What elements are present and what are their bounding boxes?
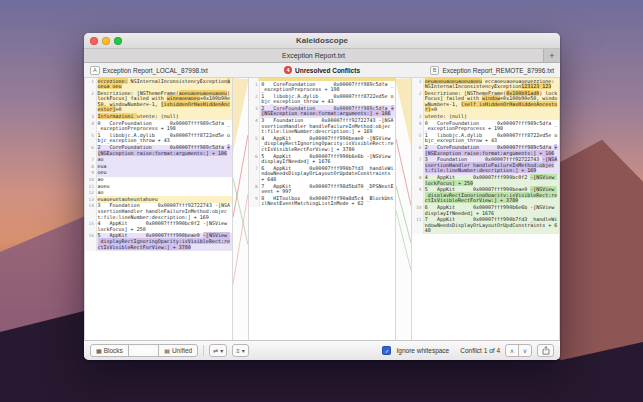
diff-line[interactable]: 43 Foundation 0x00007fff92722743 -[NSAss… xyxy=(249,118,396,136)
conflict-count-badge: 4 xyxy=(284,66,292,74)
view-mode-segmented-control: ▦ Blocks ≈ Fluid ▤ Unified xyxy=(90,344,198,357)
line-number: 2 xyxy=(85,90,97,113)
line-text: 7 AppKit 0x00007fff990b7fd3 _handleWindo… xyxy=(424,217,559,235)
line-number: 1 xyxy=(249,81,261,93)
bottom-toolbar: ▦ Blocks ≈ Fluid ▤ Unified ⇄ ▾ ≡ ▾ ✓ Ign… xyxy=(84,340,560,360)
diff-line[interactable]: 62 CoreFoundation 0x00007fff989c5dfa +[N… xyxy=(85,145,232,157)
line-number: 9 xyxy=(412,187,424,205)
diff-panel-base: 10 CoreFoundation 0x00007fff989c5dfa __e… xyxy=(248,78,397,340)
line-text: 5 AppKit 0x00007fff990beae0 -[NSView _di… xyxy=(424,187,559,205)
view-mode-blocks[interactable]: ▦ Blocks xyxy=(91,345,129,356)
display-options-dropdown[interactable]: ≡ ▾ xyxy=(232,344,249,357)
diff-line[interactable]: 9oeu xyxy=(85,170,232,177)
diff-line[interactable]: 98 HIToolbox 0x00007fff90a8d5c4 _BlockUn… xyxy=(249,195,396,207)
share-icon xyxy=(542,346,550,355)
diff-line[interactable]: 106 AppKit 0x00007fff990b6e6b -[NSView d… xyxy=(412,204,559,216)
diff-line[interactable]: 62 CoreFoundation 0x00007fff989c5dfa +[N… xyxy=(412,145,559,157)
window-title: Kaleidoscope xyxy=(84,36,560,45)
conflict-counter: Conflict 1 of 4 xyxy=(460,347,500,354)
swap-icon: ⇄ xyxy=(213,347,218,354)
line-number: 1 xyxy=(85,78,97,90)
window-titlebar: Kaleidoscope xyxy=(84,33,560,49)
ignore-whitespace-checkbox[interactable]: ✓ xyxy=(382,346,391,355)
add-tab-button[interactable]: + xyxy=(544,49,560,62)
line-number: 5 xyxy=(412,132,424,144)
diff-line[interactable]: 76 AppKit 0x00007fff990b7fd3 _handleWind… xyxy=(249,165,396,183)
line-text: 0 CoreFoundation 0x00007fff989c5dfa __ex… xyxy=(260,81,395,93)
diff-line[interactable]: 65 AppKit 0x00007fff990b6e6b -[NSView di… xyxy=(249,153,396,165)
line-text: oeuaoeuaoeuaoeuaoeu eccaoeuaoeuaoeuezzio… xyxy=(424,78,559,90)
line-number: 7 xyxy=(249,165,261,183)
close-button[interactable] xyxy=(90,37,98,45)
line-number: 7 xyxy=(85,157,97,164)
line-number: 5 xyxy=(249,135,261,153)
diff-connector-right xyxy=(396,78,411,340)
line-number: 3 xyxy=(249,105,261,117)
line-text: oeu xyxy=(97,170,232,177)
file-b-header[interactable]: B Exception Report_REMOTE_87996.txt xyxy=(360,66,554,75)
tab-bar: Exception Report.txt + xyxy=(84,49,560,63)
diff-line[interactable]: 2Descrizione: [NSThemeFrame(aoeuaoeuaoeu… xyxy=(85,90,232,113)
diff-line[interactable]: 54 AppKit 0x00007fff990beae0 -[NSView _d… xyxy=(249,135,396,153)
view-mode-unified[interactable]: ▤ Unified xyxy=(159,345,197,356)
line-number: 2 xyxy=(249,93,261,105)
line-text: 2 CoreFoundation 0x00007fff989c5dfa +[NS… xyxy=(97,145,232,157)
minimize-button[interactable] xyxy=(102,37,110,45)
view-mode-fluid[interactable]: ≈ Fluid xyxy=(129,345,159,356)
diff-line[interactable]: 32 CoreFoundation 0x00007fff989c5dfa +[N… xyxy=(249,105,396,117)
line-number: 7 xyxy=(412,157,424,175)
file-a-header[interactable]: A Exception Report_LOCAL_87998.txt xyxy=(90,66,284,75)
diff-line[interactable]: 11aoeu xyxy=(85,183,232,190)
line-number: 10 xyxy=(412,204,424,216)
diff-line[interactable]: 73 Foundation 0x00007fff92722743 -[NSAss… xyxy=(412,157,559,175)
line-number: 4 xyxy=(85,120,97,132)
line-number: 3 xyxy=(412,114,424,121)
line-text: 3 Foundation 0x00007fff92722743 -[NSAsse… xyxy=(424,157,559,175)
diff-panel-local: 1eccezione: NSInternalInconsistencyExcep… xyxy=(84,78,233,340)
line-text: Descrizione: [NSThemeFrame(0x100b91ad0) … xyxy=(424,90,559,113)
previous-conflict-button[interactable]: ∧ xyxy=(506,345,519,356)
diff-line[interactable]: 40 CoreFoundation 0x00007fff989c5dfa __e… xyxy=(85,120,232,132)
blocks-icon: ▦ xyxy=(96,348,102,354)
diff-line[interactable]: 1eccezione: NSInternalInconsistencyExcep… xyxy=(85,78,232,90)
diff-line[interactable]: 7ao xyxy=(85,157,232,164)
diff-line[interactable]: 1oeuaoeuaoeuaoeuaoeu eccaoeuaoeuaoeuezzi… xyxy=(412,78,559,90)
diff-line[interactable]: 143 Foundation 0x00007fff92722743 -[NSAs… xyxy=(85,203,232,221)
diff-panel-remote: 1oeuaoeuaoeuaoeuaoeu eccaoeuaoeuaoeuezzi… xyxy=(411,78,560,340)
line-text: 3 Foundation 0x00007fff92722743 -[NSAsse… xyxy=(97,203,232,221)
diff-line[interactable]: 84 AppKit 0x00007fff990bc0f2 -[NSView lo… xyxy=(412,175,559,187)
diff-line[interactable]: 117 AppKit 0x00007fff990b7fd3 _handleWin… xyxy=(412,217,559,235)
line-text: 5 AppKit 0x00007fff990b6e6b -[NSView dis… xyxy=(260,153,395,165)
toolbar-divider xyxy=(203,345,204,356)
line-number: 11 xyxy=(85,183,97,190)
file-a-badge: A xyxy=(90,66,100,75)
tab-title: Exception Report.txt xyxy=(282,52,345,59)
tab-exception-report[interactable]: Exception Report.txt xyxy=(84,49,544,62)
diff-line[interactable]: 40 CoreFoundation 0x00007fff989c5dfa __e… xyxy=(412,120,559,132)
diff-line[interactable]: 51 libobjc.A.dylib 0x00007fff8722ed5e ob… xyxy=(85,132,232,144)
line-number: 4 xyxy=(249,118,261,136)
line-number: 1 xyxy=(412,78,424,90)
line-text: 5 AppKit 0x00007fff990beae0 -[NSView _di… xyxy=(97,233,232,251)
merge-direction-dropdown[interactable]: ⇄ ▾ xyxy=(209,344,227,357)
share-button[interactable] xyxy=(537,344,554,357)
diff-line[interactable]: 8eua xyxy=(85,163,232,170)
next-conflict-button[interactable]: ∨ xyxy=(519,345,531,356)
line-text: 4 AppKit 0x00007fff990beae0 -[NSView _di… xyxy=(260,135,395,153)
line-number: 6 xyxy=(412,145,424,157)
diff-line[interactable]: 51 libobjc.A.dylib 0x00007fff8722ed5e ob… xyxy=(412,132,559,144)
diff-line[interactable]: 95 AppKit 0x00007fff990beae0 -[NSView _d… xyxy=(412,187,559,205)
line-number: 9 xyxy=(249,195,261,207)
diff-connector-left xyxy=(233,78,248,340)
diff-line[interactable]: 165 AppKit 0x00007fff990beae0 -[NSView _… xyxy=(85,233,232,251)
diff-line[interactable]: 87 AppKit 0x00007fff98d5bd70 _DPSNextEve… xyxy=(249,183,396,195)
diff-line[interactable]: 10 CoreFoundation 0x00007fff989c5dfa __e… xyxy=(249,81,396,93)
zoom-button[interactable] xyxy=(114,37,122,45)
diff-line[interactable]: 154 AppKit 0x00007fff990bc0f2 -[NSView l… xyxy=(85,221,232,233)
line-text: 4 AppKit 0x00007fff990bc0f2 -[NSView loc… xyxy=(424,175,559,187)
conflicts-label: Unresolved Conflicts xyxy=(295,67,360,74)
line-number: 6 xyxy=(85,145,97,157)
diff-line[interactable]: 21 libobjc.A.dylib 0x00007fff8722ed5e ob… xyxy=(249,93,396,105)
diff-line[interactable]: 2Descrizione: [NSThemeFrame(0x100b91ad0)… xyxy=(412,90,559,113)
line-number: 2 xyxy=(412,90,424,113)
